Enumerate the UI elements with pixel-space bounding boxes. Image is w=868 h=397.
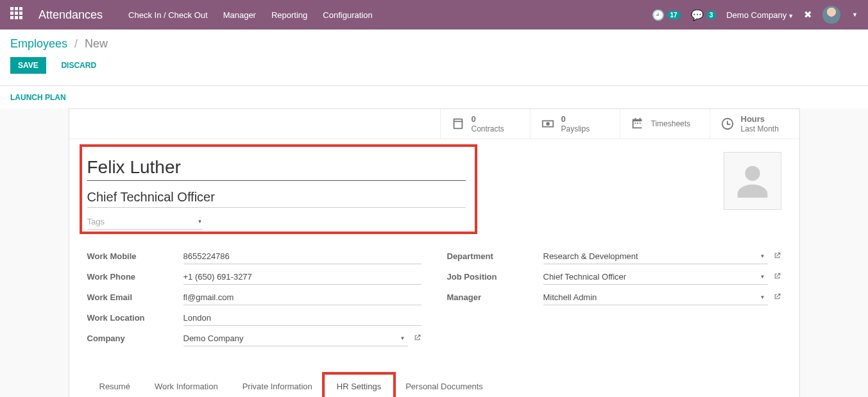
calendar-icon [631, 117, 645, 131]
field-work-mobile[interactable] [183, 249, 421, 264]
field-input[interactable] [543, 292, 758, 302]
nav-menu: Check In / Check Out Manager Reporting C… [128, 10, 373, 20]
field-row: Job Position▼ [447, 269, 781, 285]
field-work-location[interactable] [183, 310, 421, 326]
stat-contracts[interactable]: 0Contracts [440, 109, 530, 139]
field-row: Work Email [87, 290, 421, 305]
tags-placeholder: Tags [87, 217, 105, 226]
field-label: Job Position [447, 272, 543, 282]
tab-hr-settings[interactable]: HR Settings [325, 375, 393, 397]
user-avatar[interactable] [822, 6, 840, 24]
field-row: Manager▼ [447, 290, 781, 305]
chevron-down-icon[interactable]: ▼ [852, 12, 858, 18]
field-job-position[interactable]: ▼ [543, 269, 768, 285]
form-view: 0Contracts 0Payslips Timesheets HoursLas… [0, 108, 868, 397]
chevron-down-icon[interactable]: ▼ [398, 335, 408, 341]
topbar-right: 🕘 17 💬 3 Demo Company▼ ✖ ▼ [652, 6, 858, 24]
field-input[interactable] [183, 251, 421, 261]
stat-hours[interactable]: HoursLast Month [710, 109, 799, 139]
breadcrumb-root[interactable]: Employees [10, 37, 67, 50]
field-label: Department [447, 251, 543, 261]
save-button[interactable]: SAVE [10, 57, 46, 74]
chevron-down-icon: ▼ [788, 13, 794, 19]
debug-icon[interactable]: ✖ [804, 9, 812, 21]
menu-check[interactable]: Check In / Check Out [128, 10, 208, 20]
messages-count: 3 [706, 11, 717, 19]
menu-manager[interactable]: Manager [223, 10, 256, 20]
field-input[interactable] [543, 251, 758, 261]
external-link-icon[interactable] [773, 272, 781, 282]
messages-button[interactable]: 💬 3 [691, 9, 717, 21]
money-icon [541, 117, 555, 131]
form-sheet: 0Contracts 0Payslips Timesheets HoursLas… [69, 108, 800, 397]
discard-button[interactable]: DISCARD [53, 57, 104, 74]
field-work-email[interactable] [183, 290, 421, 305]
activity-count: 17 [667, 11, 681, 19]
control-panel: Employees / New SAVE DISCARD [0, 30, 868, 79]
tab-personal-documents[interactable]: Personal Documents [393, 375, 495, 397]
chevron-down-icon[interactable]: ▼ [758, 294, 768, 300]
field-input[interactable] [543, 272, 758, 282]
company-switcher[interactable]: Demo Company▼ [726, 10, 794, 20]
activity-button[interactable]: 🕘 17 [652, 9, 681, 21]
field-row: Company▼ [87, 331, 421, 346]
field-input[interactable] [183, 272, 421, 282]
tab-private-information[interactable]: Private Information [230, 375, 325, 397]
field-company[interactable]: ▼ [183, 331, 408, 346]
chevron-down-icon[interactable]: ▼ [758, 253, 768, 259]
employee-photo[interactable] [724, 152, 781, 210]
field-label: Manager [447, 292, 543, 302]
field-label: Work Phone [87, 272, 183, 282]
stat-buttons: 0Contracts 0Payslips Timesheets HoursLas… [69, 109, 799, 139]
right-column: Department▼Job Position▼Manager▼ [447, 249, 781, 351]
menu-config[interactable]: Configuration [323, 10, 372, 20]
field-label: Work Mobile [87, 251, 183, 261]
stat-payslips[interactable]: 0Payslips [530, 109, 620, 139]
clock-icon [720, 117, 735, 131]
field-row: Department▼ [447, 249, 781, 264]
menu-reporting[interactable]: Reporting [271, 10, 307, 20]
tab-work-information[interactable]: Work Information [142, 375, 230, 397]
fields-grid: Work MobileWork PhoneWork EmailWork Loca… [87, 249, 781, 351]
job-title-input[interactable] [87, 187, 466, 208]
chevron-down-icon[interactable]: ▼ [758, 274, 768, 280]
field-input[interactable] [183, 313, 421, 323]
breadcrumb: Employees / New [10, 37, 858, 51]
tags-field[interactable]: Tags ▼ [87, 214, 203, 230]
external-link-icon[interactable] [773, 292, 781, 303]
field-input[interactable] [183, 334, 398, 343]
app-title: Attendances [38, 8, 103, 22]
book-icon [451, 117, 465, 131]
chat-icon: 💬 [691, 9, 704, 21]
field-row: Work Location [87, 310, 421, 326]
field-work-phone[interactable] [183, 269, 421, 285]
person-placeholder-icon [730, 158, 775, 203]
field-row: Work Mobile [87, 249, 421, 264]
external-link-icon[interactable] [773, 251, 781, 262]
field-label: Work Location [87, 313, 183, 323]
field-label: Work Email [87, 292, 183, 302]
field-department[interactable]: ▼ [543, 249, 768, 264]
topbar: Attendances Check In / Check Out Manager… [0, 0, 868, 30]
employee-name-input[interactable] [87, 155, 466, 181]
field-label: Company [87, 334, 183, 343]
tabs: ResuméWork InformationPrivate Informatio… [87, 375, 781, 397]
chevron-down-icon: ▼ [198, 219, 203, 224]
field-row: Work Phone [87, 269, 421, 285]
external-link-icon[interactable] [413, 334, 421, 344]
field-input[interactable] [183, 292, 421, 302]
stat-timesheets[interactable]: Timesheets [620, 109, 710, 139]
clock-icon: 🕘 [652, 9, 665, 21]
apps-icon[interactable] [10, 7, 26, 22]
field-manager[interactable]: ▼ [543, 290, 768, 305]
breadcrumb-current: New [85, 37, 108, 50]
left-column: Work MobileWork PhoneWork EmailWork Loca… [87, 249, 421, 351]
tab-resum-[interactable]: Resumé [87, 375, 142, 397]
launch-plan-button[interactable]: LAUNCH PLAN [10, 93, 66, 102]
